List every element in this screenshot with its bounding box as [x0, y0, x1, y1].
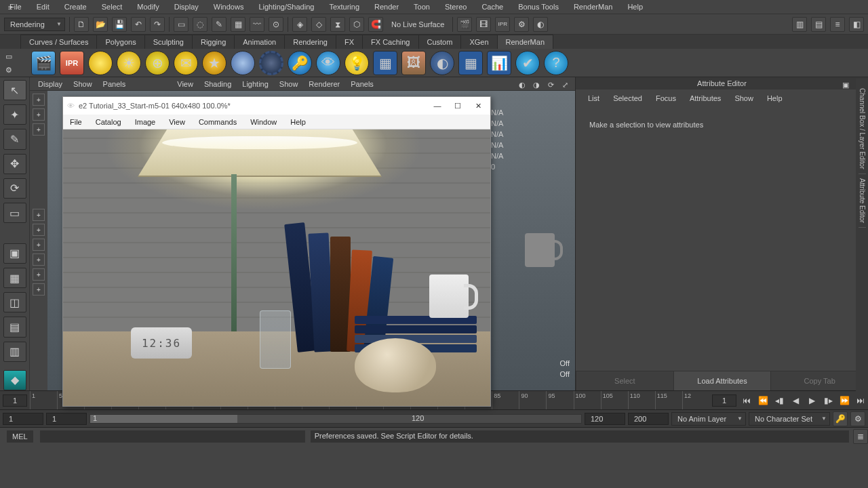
lasso-icon[interactable]: ◌	[193, 17, 208, 32]
render-frame-icon[interactable]: 🎞	[476, 17, 491, 32]
snap-curve-icon[interactable]: 〰	[250, 17, 264, 32]
menu-renderman[interactable]: RenderMan	[567, 1, 619, 13]
attr-load-button[interactable]: Load Attributes	[673, 371, 771, 390]
shelf-tab-polygons[interactable]: Polygons	[96, 35, 144, 49]
snap-toggle2-icon[interactable]: ◇	[311, 17, 326, 32]
snap-point-icon[interactable]: ⊙	[269, 17, 283, 32]
out-expand7-icon[interactable]: +	[33, 253, 45, 266]
shelf-tab-xgen[interactable]: XGen	[460, 35, 497, 49]
render-image[interactable]: 12:36 ↖	[63, 129, 490, 406]
goto-start-icon[interactable]: ⏮	[740, 394, 753, 407]
panel-toggle3-icon[interactable]: ≡	[830, 17, 845, 32]
window-maximize-icon[interactable]: ☐	[450, 102, 466, 110]
lasso-tool-icon[interactable]: ✦	[3, 104, 26, 125]
vp-view[interactable]: View	[172, 79, 199, 89]
prefs-icon[interactable]: ⚙	[850, 411, 865, 426]
menu-bonus[interactable]: Bonus Tools	[511, 1, 566, 13]
autokey-icon[interactable]: 🔑	[833, 411, 848, 426]
attr-help[interactable]: Help	[762, 93, 788, 104]
goto-end-icon[interactable]: ⏭	[854, 394, 867, 407]
renderman-render-icon[interactable]: 🎬	[31, 51, 56, 75]
out-expand2-icon[interactable]: +	[33, 108, 45, 121]
rw-view[interactable]: View	[162, 116, 192, 128]
shelf-edit-icon[interactable]: ▭	[3, 50, 15, 62]
layout-out-icon[interactable]: ▤	[3, 317, 26, 337]
hypershade-icon[interactable]: ◐	[533, 17, 548, 32]
pxr-keyhole-icon[interactable]: 🔑	[288, 51, 312, 75]
vp-show[interactable]: Show	[274, 79, 304, 89]
render-window[interactable]: 👁 e2 Tutorial_33_Start-m5-01 640x480 100…	[62, 96, 491, 407]
out-expand4-icon[interactable]: +	[33, 209, 45, 221]
anim-layer-dropdown[interactable]: No Anim Layer	[671, 412, 746, 426]
rw-catalog[interactable]: Catalog	[89, 116, 128, 128]
pxr-graph-icon[interactable]: ▦	[458, 51, 483, 75]
rw-commands[interactable]: Commands	[192, 116, 243, 128]
pxr-volume-icon[interactable]	[259, 51, 283, 75]
vp-ctrl2-icon[interactable]: ◑	[530, 79, 542, 91]
save-scene-icon[interactable]: 💾	[112, 17, 127, 32]
pxr-help-icon[interactable]: ?	[544, 51, 568, 75]
attr-attributes[interactable]: Attributes	[684, 93, 726, 104]
range-handle[interactable]: 1	[90, 415, 237, 423]
menu-texturing[interactable]: Texturing	[322, 1, 366, 13]
rw-image[interactable]: Image	[128, 116, 163, 128]
time-end-field[interactable]: 1	[712, 394, 736, 407]
pxr-stats-icon[interactable]: 📊	[487, 51, 511, 75]
layout-four-icon[interactable]: ▦	[3, 268, 26, 288]
render-window-titlebar[interactable]: 👁 e2 Tutorial_33_Start-m5-01 640x480 100…	[63, 97, 490, 115]
snap-grid-icon[interactable]: ▦	[231, 17, 245, 32]
side-tab-channelbox[interactable]: Channel Box / Layer Editor	[859, 84, 866, 174]
pxr-calc-icon[interactable]: ▦	[373, 51, 397, 75]
window-minimize-icon[interactable]: —	[429, 102, 446, 110]
paint-select-icon[interactable]: ✎	[212, 17, 226, 32]
menu-select[interactable]: Select	[95, 1, 130, 13]
menu-edit[interactable]: Edit	[30, 1, 56, 13]
shelf-tab-custom[interactable]: Custom	[418, 35, 462, 49]
layout-cust-icon[interactable]: ▥	[3, 342, 26, 362]
panel-panels[interactable]: Panels	[98, 79, 132, 89]
rw-file[interactable]: File	[63, 116, 89, 128]
pxr-moon-icon[interactable]: ◐	[430, 51, 454, 75]
play-end-field[interactable]: 120	[585, 413, 625, 425]
snap-toggle-icon[interactable]: ◈	[292, 17, 307, 32]
vp-lighting[interactable]: Lighting	[237, 79, 274, 89]
render-settings-icon[interactable]: ⚙	[514, 17, 529, 32]
out-expand8-icon[interactable]: +	[33, 268, 45, 281]
attr-list[interactable]: List	[583, 93, 605, 104]
panel-display[interactable]: Display	[33, 79, 68, 89]
attr-select-button[interactable]: Select	[576, 371, 673, 390]
menu-windows[interactable]: Windows	[207, 1, 251, 13]
out-expand9-icon[interactable]: +	[33, 283, 45, 296]
menu-cache[interactable]: Cache	[475, 1, 510, 13]
play-fwd-icon[interactable]: ▶	[805, 394, 818, 407]
select-mode-icon[interactable]: ▭	[174, 17, 189, 32]
pxr-envlight-icon[interactable]: ⊕	[145, 51, 170, 75]
menu-create[interactable]: Create	[58, 1, 94, 13]
pxr-bulb-icon[interactable]: 💡	[344, 51, 369, 75]
rotate-tool-icon[interactable]: ⟳	[3, 178, 26, 199]
script-editor-icon[interactable]: ≣	[853, 429, 868, 444]
vp-panels[interactable]: Panels	[345, 79, 379, 89]
panel-toggle4-icon[interactable]: ◧	[849, 17, 864, 32]
pxr-light-icon[interactable]: ☀	[117, 51, 141, 75]
scale-tool-icon[interactable]: ▭	[3, 203, 26, 223]
attr-copy-button[interactable]: Copy Tab	[770, 371, 868, 390]
shelf-tab-animation[interactable]: Animation	[234, 35, 285, 49]
layout-two-icon[interactable]: ◫	[3, 292, 26, 312]
step-fwd-key-icon[interactable]: ⏩	[837, 394, 851, 407]
pxr-sphere-icon[interactable]	[231, 51, 255, 75]
menu-help[interactable]: Help	[620, 1, 650, 13]
vp-ctrl1-icon[interactable]: ◐	[516, 79, 528, 91]
out-expand1-icon[interactable]: +	[33, 94, 45, 106]
rw-help[interactable]: Help	[283, 116, 313, 128]
pxr-star-icon[interactable]: ★	[202, 51, 226, 75]
shelf-tab-sculpting[interactable]: Sculpting	[144, 35, 193, 49]
workspace-dropdown[interactable]: Rendering	[4, 18, 65, 31]
shelf-tab-fxcaching[interactable]: FX Caching	[362, 35, 418, 49]
ipr-icon[interactable]: IPR	[495, 17, 510, 32]
attr-popout-icon[interactable]: ▣	[840, 79, 852, 91]
step-fwd-icon[interactable]: ▮▸	[821, 394, 835, 407]
menu-modify[interactable]: Modify	[130, 1, 165, 13]
attr-show[interactable]: Show	[729, 93, 759, 104]
mel-label[interactable]: MEL	[7, 430, 33, 443]
